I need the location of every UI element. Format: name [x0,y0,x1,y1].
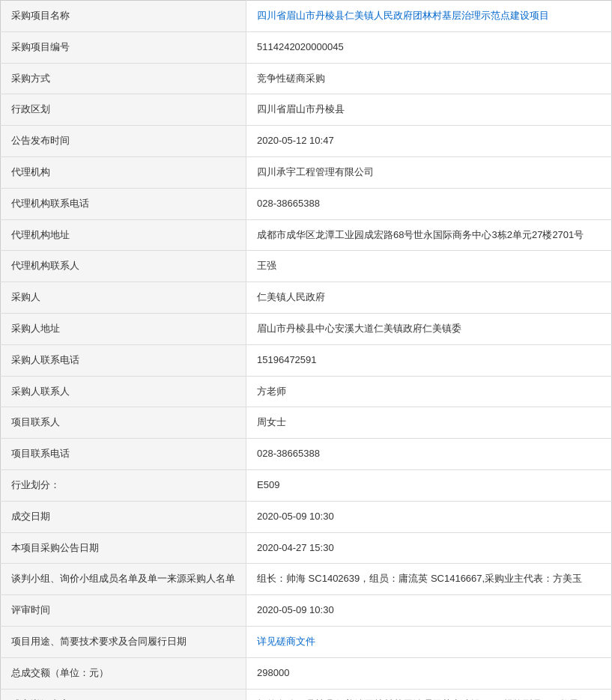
row-value-19: 2020-05-09 10:30 [246,595,612,627]
row-value-12: 方老师 [246,376,612,407]
row-label-11: 采购人联系电话 [1,344,246,376]
row-value-10: 眉山市丹棱县中心安溪大道仁美镇政府仁美镇委 [246,313,612,344]
row-value-4: 2020-05-12 10:47 [246,126,612,157]
row-label-22: 成交详细内容 [1,689,246,700]
row-link-20[interactable]: 详见磋商文件 [257,636,315,647]
row-label-1: 采购项目编号 [1,31,246,63]
row-value-3: 四川省眉山市丹棱县 [246,94,612,126]
row-value-20[interactable]: 详见磋商文件 [246,626,612,657]
row-label-18: 谈判小组、询价小组成员名单及单一来源采购人名单 [1,564,246,595]
row-value-17: 2020-04-27 15:30 [246,532,612,564]
row-label-10: 采购人地址 [1,313,246,344]
row-label-21: 总成交额（单位：元） [1,657,246,689]
row-value-16: 2020-05-09 10:30 [246,501,612,532]
row-label-6: 代理机构联系电话 [1,188,246,219]
row-label-19: 评审时间 [1,595,246,627]
row-label-3: 行政区划 [1,94,246,126]
row-value-18: 组长：帅海 SC1402639，组员：庸流英 SC1416667,采购业主代表：… [246,564,612,595]
row-label-7: 代理机构地址 [1,219,246,251]
row-label-17: 本项目采购公告日期 [1,532,246,564]
row-value-22: 标的名称：丹棱县仁美镇团林村基层治理示范点建设项目;规格型号：1;数量：1;单价… [246,689,612,700]
row-value-0[interactable]: 四川省眉山市丹棱县仁美镇人民政府团林村基层治理示范点建设项目 [246,1,612,32]
row-value-7: 成都市成华区龙潭工业园成宏路68号世永国际商务中心3栋2单元27楼2701号 [246,219,612,251]
row-value-6: 028-38665388 [246,188,612,219]
row-value-21: 298000 [246,657,612,689]
row-value-9: 仁美镇人民政府 [246,282,612,314]
row-link-0[interactable]: 四川省眉山市丹棱县仁美镇人民政府团林村基层治理示范点建设项目 [257,10,549,21]
row-value-14: 028-38665388 [246,439,612,470]
row-label-16: 成交日期 [1,501,246,532]
row-value-5: 四川承宇工程管理有限公司 [246,156,612,188]
row-label-4: 公告发布时间 [1,126,246,157]
row-label-9: 采购人 [1,282,246,314]
row-value-11: 15196472591 [246,344,612,376]
row-label-8: 代理机构联系人 [1,251,246,282]
row-label-0: 采购项目名称 [1,1,246,32]
row-value-13: 周女士 [246,407,612,439]
row-label-20: 项目用途、简要技术要求及合同履行日期 [1,626,246,657]
procurement-table: 采购项目名称四川省眉山市丹棱县仁美镇人民政府团林村基层治理示范点建设项目采购项目… [0,0,612,700]
row-value-8: 王强 [246,251,612,282]
row-label-15: 行业划分： [1,469,246,501]
row-label-5: 代理机构 [1,156,246,188]
row-label-12: 采购人联系人 [1,376,246,407]
row-label-14: 项目联系电话 [1,439,246,470]
row-label-13: 项目联系人 [1,407,246,439]
row-value-1: 5114242020000045 [246,31,612,63]
row-value-15: E509 [246,469,612,501]
row-value-2: 竞争性磋商采购 [246,63,612,94]
row-label-2: 采购方式 [1,63,246,94]
